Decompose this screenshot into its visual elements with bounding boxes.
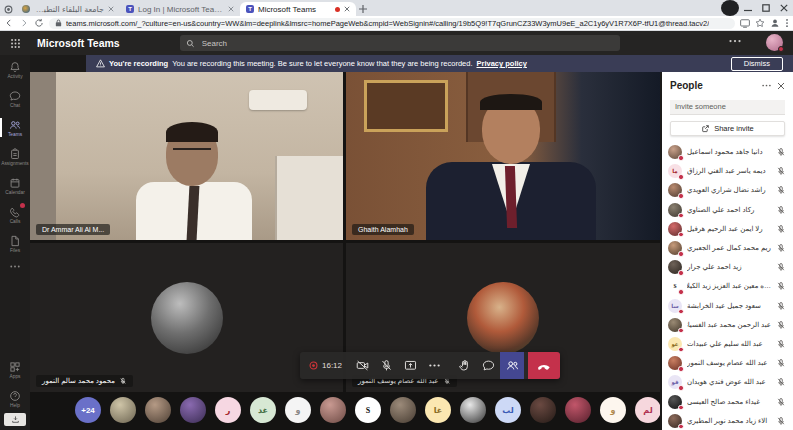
back-button[interactable]	[4, 18, 14, 28]
video-tile-top-left[interactable]: Dr Ammar Ali Al M...	[30, 72, 343, 240]
participant-row[interactable]: الاء زياد محمد نوير المطيري	[662, 411, 793, 430]
mic-off-button[interactable]	[374, 352, 398, 379]
mic-off-icon[interactable]	[776, 262, 786, 272]
url-omnibox[interactable]: teams.microsoft.com/_?culture=en-us&coun…	[49, 18, 735, 29]
panel-close-icon[interactable]	[777, 82, 785, 90]
strip-participant-avatar[interactable]: و	[600, 397, 626, 423]
share-invite-button[interactable]: Share invite	[670, 121, 785, 136]
share-screen-button[interactable]	[398, 352, 422, 379]
participant-row[interactable]: غيداء محمد صالح العيسى	[662, 392, 793, 411]
strip-participant-avatar[interactable]	[390, 397, 416, 423]
rail-more-icon[interactable]	[10, 258, 20, 274]
mic-off-icon[interactable]	[776, 416, 786, 426]
browser-update-icon[interactable]	[721, 0, 739, 16]
sidebar-item-calls[interactable]: Calls	[0, 200, 30, 229]
strip-participant-avatar[interactable]	[320, 397, 346, 423]
reload-button[interactable]	[34, 18, 44, 28]
mic-off-icon[interactable]	[776, 147, 786, 157]
browser-menu-icon[interactable]	[785, 18, 789, 28]
hang-up-button[interactable]	[528, 352, 560, 379]
strip-participant-avatar[interactable]	[145, 397, 171, 423]
sidebar-item-files[interactable]: Files	[0, 229, 30, 258]
mic-off-icon[interactable]	[776, 224, 786, 234]
camera-off-button[interactable]	[350, 352, 374, 379]
invite-someone-input[interactable]	[670, 100, 785, 115]
participant-row[interactable]: S…ه معين عبد العزيز زيد الكيلاني	[662, 277, 793, 296]
bookmark-star-icon[interactable]	[755, 18, 765, 28]
strip-participant-avatar[interactable]: ر	[215, 397, 241, 423]
mic-off-icon[interactable]	[776, 397, 786, 407]
cast-icon[interactable]	[740, 19, 750, 28]
waffle-icon[interactable]	[0, 38, 30, 49]
participant-row[interactable]: ريم محمد كمال عمر الجعبري	[662, 238, 793, 257]
sidebar-item-activity[interactable]: Activity	[0, 55, 30, 84]
participant-row[interactable]: عوعبد الله سليم علي عبيدات	[662, 334, 793, 353]
forward-button[interactable]	[19, 18, 29, 28]
privacy-policy-link[interactable]: Privacy policy	[476, 59, 526, 68]
chat-button[interactable]	[476, 352, 500, 379]
mic-off-icon[interactable]	[776, 243, 786, 253]
video-tile-top-right[interactable]: Ghaith Alamhah	[346, 72, 660, 240]
close-window-button[interactable]	[775, 0, 793, 16]
strip-participant-avatar[interactable]	[460, 397, 486, 423]
mic-off-icon[interactable]	[776, 301, 786, 311]
participant-row[interactable]: دانيا جاهد محمود اسماعيل	[662, 143, 793, 162]
browser-tab-login[interactable]: T Log In | Microsoft Teams	[120, 2, 240, 16]
video-tile-bottom-left[interactable]: محمود محمد سالم النمور	[30, 243, 343, 392]
participant-row[interactable]: عبد الرحمن محمد عبد الغسياني	[662, 315, 793, 334]
panel-more-icon[interactable]	[762, 84, 771, 87]
minimize-button[interactable]	[739, 0, 757, 16]
strip-participant-avatar[interactable]: S	[355, 397, 381, 423]
participant-row[interactable]: ماديمه ياسر عبد الغني الرزاق	[662, 162, 793, 181]
mic-off-icon[interactable]	[776, 339, 786, 349]
browser-tab-meeting[interactable]: T Microsoft Teams	[240, 2, 356, 16]
close-tab-icon[interactable]	[344, 6, 350, 12]
strip-participant-avatar[interactable]: غد	[250, 397, 276, 423]
participant-row[interactable]: عبد الله عصام يوسف النمور	[662, 354, 793, 373]
mic-off-icon[interactable]	[776, 281, 786, 291]
mic-off-icon[interactable]	[776, 166, 786, 176]
browser-tab-university[interactable]: جامعة البلقاء التطبيقية	[16, 2, 120, 16]
close-tab-icon[interactable]	[228, 6, 234, 12]
sidebar-item-teams[interactable]: Teams	[0, 113, 30, 142]
strip-participant-avatar[interactable]: و	[285, 397, 311, 423]
mic-off-icon[interactable]	[776, 320, 786, 330]
overflow-count-badge[interactable]: +24	[75, 397, 101, 423]
participant-row[interactable]: ساسعود جميل عيد الخرابشة	[662, 296, 793, 315]
sidebar-item-apps[interactable]: Apps	[0, 355, 30, 384]
strip-participant-avatar[interactable]	[110, 397, 136, 423]
profile-icon[interactable]	[770, 18, 780, 28]
mic-off-icon[interactable]	[776, 377, 786, 387]
strip-participant-avatar[interactable]: غا	[425, 397, 451, 423]
strip-participant-avatar[interactable]	[180, 397, 206, 423]
browser-logo-icon[interactable]	[0, 2, 16, 16]
user-avatar[interactable]	[766, 34, 783, 51]
search-input[interactable]	[200, 38, 614, 49]
strip-participant-avatar[interactable]	[565, 397, 591, 423]
mic-off-icon[interactable]	[776, 358, 786, 368]
participant-row[interactable]: فوعبد الله عوض فندي هويدان	[662, 373, 793, 392]
maximize-button[interactable]	[757, 0, 775, 16]
sidebar-item-assignments[interactable]: Assignments	[0, 142, 30, 171]
participant-row[interactable]: رلا ايمن عبد الرحيم هرفيل	[662, 219, 793, 238]
search-box[interactable]	[180, 35, 620, 51]
download-app-button[interactable]	[4, 413, 26, 426]
strip-participant-avatar[interactable]: لم	[635, 397, 660, 423]
show-participants-button[interactable]	[500, 352, 524, 379]
new-tab-button[interactable]	[356, 2, 370, 16]
more-options-icon[interactable]	[729, 39, 741, 43]
participant-row[interactable]: زيد احمد علي جرار	[662, 258, 793, 277]
sidebar-item-chat[interactable]: Chat	[0, 84, 30, 113]
more-actions-button[interactable]	[422, 352, 446, 379]
strip-participant-avatar[interactable]: لب	[495, 397, 521, 423]
participant-row[interactable]: راشد نضال شراري العويدي	[662, 181, 793, 200]
strip-participant-avatar[interactable]	[530, 397, 556, 423]
close-tab-icon[interactable]	[108, 6, 114, 12]
mic-off-icon[interactable]	[776, 205, 786, 215]
dismiss-button[interactable]: Dismiss	[731, 57, 783, 71]
mic-off-icon[interactable]	[776, 185, 786, 195]
raise-hand-button[interactable]	[452, 352, 476, 379]
participant-row[interactable]: ركاد احمد علي الصناوي	[662, 200, 793, 219]
sidebar-item-calendar[interactable]: Calendar	[0, 171, 30, 200]
sidebar-item-help[interactable]: Help	[0, 384, 30, 413]
